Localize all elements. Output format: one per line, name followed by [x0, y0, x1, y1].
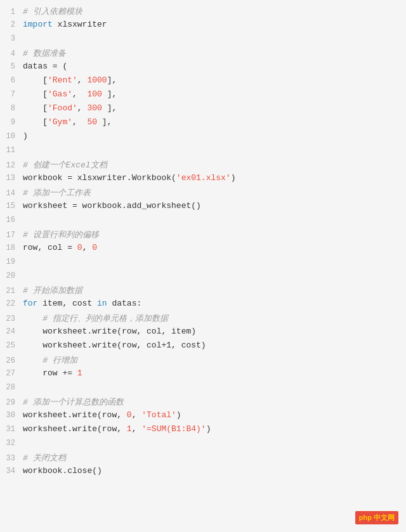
code-token: ], — [107, 75, 117, 85]
code-token: # 关闭文档 — [23, 453, 66, 463]
line-number: 12 — [0, 161, 23, 170]
line-number: 22 — [0, 299, 23, 308]
code-token: item, cost — [37, 299, 97, 308]
code-token: 300 — [87, 103, 102, 113]
line-number: 20 — [0, 271, 23, 280]
line-number: 17 — [0, 231, 23, 240]
watermark-suffix: 中文网 — [374, 514, 395, 521]
line-number: 23 — [0, 315, 23, 323]
code-line: 26 # 行增加 — [0, 354, 406, 368]
code-line: 19 — [0, 256, 406, 270]
code-token: in — [97, 299, 107, 308]
line-number: 6 — [0, 76, 23, 85]
line-content: ['Gas', 100 ], — [23, 89, 406, 99]
code-token: worksheet.write(row, — [23, 410, 127, 420]
code-line: 27 row += 1 — [0, 368, 406, 382]
code-line: 15worksheet = workbook.add_worksheet() — [0, 200, 406, 214]
line-number: 24 — [0, 327, 23, 336]
code-token: ) — [176, 410, 181, 420]
line-number: 3 — [0, 34, 23, 43]
code-line: 7 ['Gas', 100 ], — [0, 89, 406, 103]
code-token: # 数据准备 — [23, 49, 66, 58]
code-token: ) — [231, 173, 236, 183]
line-content: datas = ( — [23, 62, 406, 71]
line-number: 26 — [0, 356, 23, 365]
line-number: 2 — [0, 20, 23, 29]
line-number: 4 — [0, 49, 23, 58]
line-content — [23, 215, 406, 224]
code-line: 25 worksheet.write(row, col+1, cost) — [0, 340, 406, 354]
code-line: 32 — [0, 438, 406, 451]
code-token: , — [72, 89, 87, 99]
line-number: 34 — [0, 467, 23, 476]
code-token: # 开始添加数据 — [23, 286, 82, 295]
line-number: 11 — [0, 146, 23, 155]
line-content: # 关闭文档 — [23, 452, 406, 464]
code-token: [ — [23, 89, 48, 99]
line-content: workbook.close() — [23, 466, 406, 476]
watermark: php 中文网 — [355, 511, 398, 524]
code-token: row += — [23, 368, 77, 378]
code-token: 'Gym' — [48, 117, 72, 127]
code-token: datas = ( — [23, 62, 67, 71]
code-line: 14# 添加一个工作表 — [0, 186, 406, 200]
code-token: [ — [23, 103, 48, 113]
code-token: 1000 — [87, 75, 107, 85]
code-token: # 创建一个Excel文档 — [23, 160, 107, 170]
code-token: # 设置行和列的偏移 — [23, 230, 99, 240]
code-token: worksheet.write(row, — [23, 424, 127, 434]
line-content: # 创建一个Excel文档 — [23, 159, 406, 171]
code-line: 22for item, cost in datas: — [0, 298, 406, 312]
line-content: row += 1 — [23, 368, 406, 378]
line-content: for item, cost in datas: — [23, 299, 406, 308]
line-number: 14 — [0, 189, 23, 198]
code-line: 24 worksheet.write(row, col, item) — [0, 326, 406, 340]
code-line: 3 — [0, 33, 406, 47]
line-number: 29 — [0, 398, 23, 407]
code-token: 'Food' — [48, 103, 77, 113]
watermark-prefix: php — [359, 514, 372, 521]
code-line: 33# 关闭文档 — [0, 451, 406, 465]
code-line: 31worksheet.write(row, 1, '=SUM(B1:B4)') — [0, 424, 406, 438]
code-line: 11 — [0, 145, 406, 159]
line-number: 31 — [0, 425, 23, 434]
code-token: # 添加一个工作表 — [23, 188, 91, 198]
code-line: 28 — [0, 382, 406, 396]
line-content: worksheet.write(row, 0, 'Total') — [23, 410, 406, 420]
code-token: # 添加一个计算总数的函数 — [23, 398, 124, 407]
code-line: 5datas = ( — [0, 61, 406, 75]
line-number: 1 — [0, 8, 23, 16]
code-line: 4# 数据准备 — [0, 47, 406, 61]
code-token: 'Total' — [141, 410, 176, 420]
code-token: ], — [102, 103, 117, 113]
code-line: 13workbook = xlsxwriter.Workbook('ex01.x… — [0, 172, 406, 186]
line-content: # 行增加 — [23, 354, 406, 366]
line-number: 13 — [0, 174, 23, 183]
line-content: ['Gym', 50 ], — [23, 117, 406, 127]
code-token: ) — [206, 424, 211, 434]
code-line: 34workbook.close() — [0, 465, 406, 479]
line-number: 21 — [0, 287, 23, 295]
line-content — [23, 438, 406, 448]
line-number: 30 — [0, 411, 23, 420]
code-token: worksheet.write(row, col, item) — [23, 327, 196, 336]
code-token: # 指定行、列的单元格，添加数据 — [23, 314, 168, 323]
code-token: 100 — [87, 89, 102, 99]
code-line: 6 ['Rent', 1000], — [0, 75, 406, 89]
code-token: , — [132, 424, 142, 434]
line-number: 33 — [0, 454, 23, 463]
code-token: , — [132, 410, 142, 420]
code-token: xlsxwriter — [53, 20, 107, 29]
code-line: 9 ['Gym', 50 ], — [0, 117, 406, 131]
code-token: workbook = xlsxwriter.Workbook( — [23, 173, 176, 183]
code-token: 'ex01.xlsx' — [176, 173, 231, 183]
line-number: 16 — [0, 216, 23, 224]
code-token: # 引入依赖模块 — [23, 7, 82, 16]
line-content: # 设置行和列的偏移 — [23, 229, 406, 240]
line-content: worksheet.write(row, col, item) — [23, 327, 406, 336]
code-line: 29# 添加一个计算总数的函数 — [0, 396, 406, 410]
code-token: worksheet.write(row, col+1, cost) — [23, 341, 206, 350]
code-line: 20 — [0, 270, 406, 284]
line-content — [23, 382, 406, 392]
code-line: 17# 设置行和列的偏移 — [0, 228, 406, 242]
